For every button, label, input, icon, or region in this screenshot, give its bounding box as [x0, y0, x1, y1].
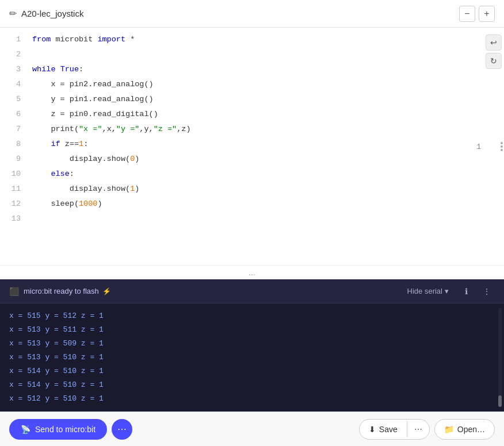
code-content[interactable]: from microbit import * while True: x = p… [28, 32, 504, 260]
bottom-toolbar: 📡 Send to micro:bit ⋯ ⬇ Save ⋯ 📁 Open… [0, 412, 504, 446]
serial-info-button[interactable]: ℹ [458, 283, 474, 299]
undo-button[interactable]: ↩ [486, 34, 502, 51]
zoom-out-button[interactable]: − [459, 6, 475, 22]
serial-more-button[interactable]: ⋮ [479, 283, 495, 299]
send-more-button[interactable]: ⋯ [112, 419, 132, 440]
send-label: Send to micro:bit [35, 425, 96, 434]
header: ✏ A20-lec_joystick − + [0, 0, 504, 28]
open-label: Open… [457, 425, 485, 434]
save-more-button[interactable]: ⋯ [407, 420, 429, 439]
send-icon: 📡 [21, 425, 30, 434]
ellipsis-separator: ... [0, 265, 504, 279]
editor-area: 12345678910111213 from microbit import *… [0, 28, 504, 265]
serial-panel: ⬛ micro:bit ready to flash ⚡ Hide serial… [0, 279, 504, 412]
serial-line: x = 513 y = 510 z = 1 [9, 351, 495, 364]
serial-line: x = 514 y = 510 z = 1 [9, 378, 495, 392]
open-button-group: 📁 Open… [434, 419, 495, 440]
save-button-group: ⬇ Save ⋯ [359, 419, 430, 440]
serial-line: x = 514 y = 510 z = 1 [9, 364, 495, 378]
serial-header: ⬛ micro:bit ready to flash ⚡ Hide serial… [0, 279, 504, 303]
serial-scrollbar-thumb [498, 395, 502, 407]
dot3 [501, 149, 503, 151]
serial-line: x = 513 y = 509 z = 1 [9, 337, 495, 351]
serial-line: x = 512 y = 510 z = 1 [9, 392, 495, 406]
hide-serial-button[interactable]: Hide serial ▾ [403, 284, 453, 298]
chevron-down-icon: ▾ [445, 287, 449, 295]
serial-scrollbar[interactable] [498, 308, 502, 407]
serial-terminal-icon: ⬛ [9, 287, 19, 296]
serial-controls: Hide serial ▾ ℹ ⋮ [403, 283, 495, 299]
dot2 [501, 145, 503, 148]
serial-status: micro:bit ready to flash ⚡ [24, 287, 403, 295]
hide-serial-label: Hide serial [407, 287, 442, 295]
file-title: A20-lec_joystick [21, 9, 459, 18]
line-numbers: 12345678910111213 [0, 32, 28, 260]
serial-line: x = 515 y = 512 z = 1 [9, 309, 495, 323]
zoom-controls: − + [459, 6, 495, 22]
zoom-in-button[interactable]: + [479, 6, 495, 22]
save-label: Save [379, 425, 398, 434]
editor-context-menu[interactable] [501, 142, 503, 151]
editor-side-buttons: ↩ ↻ [483, 32, 504, 71]
redo-button[interactable]: ↻ [486, 53, 502, 69]
save-icon: ⬇ [369, 425, 376, 434]
open-icon: 📁 [444, 425, 454, 434]
serial-status-text: micro:bit ready to flash [24, 287, 99, 295]
edit-icon: ✏ [9, 8, 17, 19]
open-button[interactable]: 📁 Open… [435, 420, 494, 439]
cursor-position: 1 [476, 142, 481, 151]
flash-icon: ⚡ [102, 287, 111, 295]
serial-line: x = 513 y = 511 z = 1 [9, 323, 495, 337]
send-to-microbit-button[interactable]: 📡 Send to micro:bit [9, 419, 107, 440]
save-button[interactable]: ⬇ Save [360, 420, 407, 439]
dot1 [501, 142, 503, 144]
serial-output: x = 515 y = 512 z = 1x = 513 y = 511 z =… [0, 303, 504, 412]
code-editor[interactable]: 12345678910111213 from microbit import *… [0, 28, 504, 265]
